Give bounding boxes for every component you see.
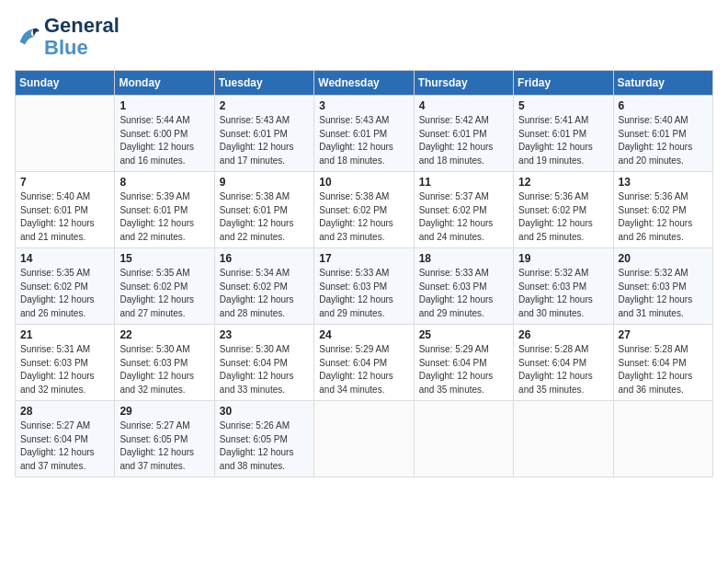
calendar-cell: 17 Sunrise: 5:33 AM Sunset: 6:03 PM Dayl…: [314, 248, 414, 325]
day-info: Sunrise: 5:27 AM Sunset: 6:05 PM Dayligh…: [119, 419, 209, 473]
day-info: Sunrise: 5:36 AM Sunset: 6:02 PM Dayligh…: [518, 190, 608, 244]
week-row-4: 21 Sunrise: 5:31 AM Sunset: 6:03 PM Dayl…: [16, 325, 713, 401]
day-number: 4: [419, 99, 508, 112]
calendar-cell: [314, 401, 414, 477]
day-info: Sunrise: 5:43 AM Sunset: 6:01 PM Dayligh…: [220, 114, 309, 167]
calendar-cell: 30 Sunrise: 5:26 AM Sunset: 6:05 PM Dayl…: [214, 401, 313, 477]
logo-text: GeneralBlue: [44, 15, 119, 59]
column-header-sunday: Sunday: [16, 71, 115, 96]
logo: GeneralBlue: [15, 15, 119, 59]
day-number: 16: [220, 252, 309, 265]
day-info: Sunrise: 5:28 AM Sunset: 6:04 PM Dayligh…: [518, 343, 608, 396]
day-info: Sunrise: 5:39 AM Sunset: 6:01 PM Dayligh…: [119, 190, 209, 244]
calendar-cell: 22 Sunrise: 5:30 AM Sunset: 6:03 PM Dayl…: [115, 325, 214, 401]
header-row: SundayMondayTuesdayWednesdayThursdayFrid…: [16, 71, 713, 96]
day-number: 17: [319, 252, 408, 265]
calendar-table: SundayMondayTuesdayWednesdayThursdayFrid…: [15, 70, 713, 477]
page-header: GeneralBlue: [15, 15, 713, 59]
column-header-friday: Friday: [514, 71, 613, 96]
day-number: 27: [619, 328, 708, 341]
day-info: Sunrise: 5:30 AM Sunset: 6:03 PM Dayligh…: [119, 343, 209, 396]
calendar-cell: 10 Sunrise: 5:38 AM Sunset: 6:02 PM Dayl…: [314, 172, 414, 248]
day-number: 12: [518, 176, 608, 189]
calendar-cell: 4 Sunrise: 5:42 AM Sunset: 6:01 PM Dayli…: [414, 96, 513, 172]
day-number: 14: [20, 252, 109, 265]
day-info: Sunrise: 5:41 AM Sunset: 6:01 PM Dayligh…: [518, 114, 608, 167]
day-info: Sunrise: 5:36 AM Sunset: 6:02 PM Dayligh…: [619, 190, 708, 244]
day-info: Sunrise: 5:28 AM Sunset: 6:04 PM Dayligh…: [619, 343, 708, 396]
day-number: 30: [220, 405, 309, 418]
calendar-cell: 2 Sunrise: 5:43 AM Sunset: 6:01 PM Dayli…: [214, 96, 313, 172]
calendar-cell: 26 Sunrise: 5:28 AM Sunset: 6:04 PM Dayl…: [514, 325, 613, 401]
day-number: 18: [419, 252, 508, 265]
day-number: 10: [319, 176, 408, 189]
day-number: 3: [319, 99, 408, 112]
calendar-cell: 7 Sunrise: 5:40 AM Sunset: 6:01 PM Dayli…: [16, 172, 115, 248]
day-info: Sunrise: 5:43 AM Sunset: 6:01 PM Dayligh…: [319, 114, 408, 167]
day-number: 29: [119, 405, 209, 418]
calendar-cell: 3 Sunrise: 5:43 AM Sunset: 6:01 PM Dayli…: [314, 96, 414, 172]
day-info: Sunrise: 5:35 AM Sunset: 6:02 PM Dayligh…: [20, 267, 109, 320]
calendar-cell: [514, 401, 613, 477]
calendar-cell: [16, 96, 115, 172]
calendar-cell: 23 Sunrise: 5:30 AM Sunset: 6:04 PM Dayl…: [214, 325, 313, 401]
week-row-1: 1 Sunrise: 5:44 AM Sunset: 6:00 PM Dayli…: [16, 96, 713, 172]
day-number: 25: [419, 328, 508, 341]
calendar-cell: 8 Sunrise: 5:39 AM Sunset: 6:01 PM Dayli…: [115, 172, 214, 248]
day-number: 26: [518, 328, 608, 341]
day-number: 8: [119, 176, 209, 189]
column-header-thursday: Thursday: [414, 71, 513, 96]
day-number: 11: [419, 176, 508, 189]
day-info: Sunrise: 5:31 AM Sunset: 6:03 PM Dayligh…: [20, 343, 109, 396]
column-header-tuesday: Tuesday: [214, 71, 313, 96]
day-info: Sunrise: 5:27 AM Sunset: 6:04 PM Dayligh…: [20, 419, 109, 473]
day-info: Sunrise: 5:26 AM Sunset: 6:05 PM Dayligh…: [220, 419, 309, 473]
calendar-cell: 29 Sunrise: 5:27 AM Sunset: 6:05 PM Dayl…: [115, 401, 214, 477]
day-info: Sunrise: 5:38 AM Sunset: 6:01 PM Dayligh…: [220, 190, 309, 244]
calendar-cell: 21 Sunrise: 5:31 AM Sunset: 6:03 PM Dayl…: [16, 325, 115, 401]
logo-icon: [15, 24, 40, 50]
day-number: 5: [518, 99, 608, 112]
week-row-5: 28 Sunrise: 5:27 AM Sunset: 6:04 PM Dayl…: [16, 401, 713, 477]
day-number: 20: [619, 252, 708, 265]
calendar-cell: 25 Sunrise: 5:29 AM Sunset: 6:04 PM Dayl…: [414, 325, 513, 401]
calendar-cell: 15 Sunrise: 5:35 AM Sunset: 6:02 PM Dayl…: [115, 248, 214, 325]
column-header-monday: Monday: [115, 71, 214, 96]
calendar-cell: 6 Sunrise: 5:40 AM Sunset: 6:01 PM Dayli…: [613, 96, 712, 172]
calendar-cell: [414, 401, 513, 477]
calendar-cell: 13 Sunrise: 5:36 AM Sunset: 6:02 PM Dayl…: [613, 172, 712, 248]
column-header-saturday: Saturday: [613, 71, 712, 96]
column-header-wednesday: Wednesday: [314, 71, 414, 96]
day-number: 22: [119, 328, 209, 341]
day-info: Sunrise: 5:29 AM Sunset: 6:04 PM Dayligh…: [319, 343, 408, 396]
day-info: Sunrise: 5:30 AM Sunset: 6:04 PM Dayligh…: [220, 343, 309, 396]
calendar-cell: [613, 401, 712, 477]
day-info: Sunrise: 5:32 AM Sunset: 6:03 PM Dayligh…: [518, 267, 608, 320]
day-info: Sunrise: 5:44 AM Sunset: 6:00 PM Dayligh…: [119, 114, 209, 167]
calendar-cell: 24 Sunrise: 5:29 AM Sunset: 6:04 PM Dayl…: [314, 325, 414, 401]
day-info: Sunrise: 5:37 AM Sunset: 6:02 PM Dayligh…: [419, 190, 508, 244]
calendar-cell: 1 Sunrise: 5:44 AM Sunset: 6:00 PM Dayli…: [115, 96, 214, 172]
calendar-cell: 12 Sunrise: 5:36 AM Sunset: 6:02 PM Dayl…: [514, 172, 613, 248]
day-info: Sunrise: 5:42 AM Sunset: 6:01 PM Dayligh…: [419, 114, 508, 167]
calendar-header: SundayMondayTuesdayWednesdayThursdayFrid…: [16, 71, 713, 96]
day-info: Sunrise: 5:38 AM Sunset: 6:02 PM Dayligh…: [319, 190, 408, 244]
day-number: 7: [20, 176, 109, 189]
calendar-cell: 28 Sunrise: 5:27 AM Sunset: 6:04 PM Dayl…: [16, 401, 115, 477]
calendar-cell: 14 Sunrise: 5:35 AM Sunset: 6:02 PM Dayl…: [16, 248, 115, 325]
calendar-cell: 18 Sunrise: 5:33 AM Sunset: 6:03 PM Dayl…: [414, 248, 513, 325]
day-number: 24: [319, 328, 408, 341]
calendar-cell: 9 Sunrise: 5:38 AM Sunset: 6:01 PM Dayli…: [214, 172, 313, 248]
calendar-cell: 27 Sunrise: 5:28 AM Sunset: 6:04 PM Dayl…: [613, 325, 712, 401]
week-row-2: 7 Sunrise: 5:40 AM Sunset: 6:01 PM Dayli…: [16, 172, 713, 248]
day-info: Sunrise: 5:35 AM Sunset: 6:02 PM Dayligh…: [119, 267, 209, 320]
calendar-cell: 16 Sunrise: 5:34 AM Sunset: 6:02 PM Dayl…: [214, 248, 313, 325]
day-number: 13: [619, 176, 708, 189]
day-number: 28: [20, 405, 109, 418]
day-info: Sunrise: 5:33 AM Sunset: 6:03 PM Dayligh…: [419, 267, 508, 320]
week-row-3: 14 Sunrise: 5:35 AM Sunset: 6:02 PM Dayl…: [16, 248, 713, 325]
day-number: 2: [220, 99, 309, 112]
calendar-cell: 19 Sunrise: 5:32 AM Sunset: 6:03 PM Dayl…: [514, 248, 613, 325]
calendar-cell: 11 Sunrise: 5:37 AM Sunset: 6:02 PM Dayl…: [414, 172, 513, 248]
day-info: Sunrise: 5:32 AM Sunset: 6:03 PM Dayligh…: [619, 267, 708, 320]
